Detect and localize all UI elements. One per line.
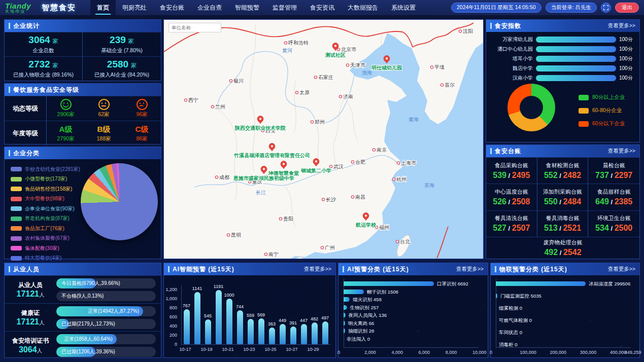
nav-tab[interactable]: 企业自查 [191,0,228,15]
y-tick-label: 0 [164,342,177,347]
x-tick-label: 100,000 [520,350,536,355]
personnel-group: 食安培训证书3064人正常(1858人,60.64%)已过期(1206人,39.… [5,331,161,359]
x-tick-label: 10-17 [180,347,191,352]
sea-label: 渤海 [362,70,372,76]
x-axis [344,347,479,348]
bar-value-label: 1000 [224,293,234,298]
legend-item[interactable]: 养老机构食堂(87家) [11,214,80,224]
legend-item[interactable]: 食品销售经营(158家) [11,184,80,194]
city-dot [339,95,342,98]
stat-cell: 3064 家企业总数 [5,32,83,56]
search-input[interactable] [168,23,221,32]
title-accent [9,150,10,156]
view-more-link[interactable]: 查看更多>> [304,266,331,273]
view-more-link[interactable]: 查看更多>> [608,22,635,29]
view-more-link[interactable]: 查看更多>> [608,148,635,155]
legend-item[interactable]: 小微型餐饮(173家) [11,174,80,185]
donut-legend-item[interactable]: 80分以上企业 [579,91,625,104]
nav-tab[interactable]: 明厨亮灶 [116,0,153,15]
city-dot [322,198,324,201]
legend-label: 集体配餐(30家) [25,245,59,252]
bar-value-label: 1191 [214,284,223,289]
index-score: 100分 [619,55,633,62]
pie-legend: 学校含幼托食堂(2281家)小微型餐饮(173家)食品销售经营(158家)大中型… [11,164,80,263]
legend-item[interactable]: 集体配餐(30家) [11,243,80,254]
bar-value-label: 449 [279,318,286,323]
ledger-cell: 食材检测台账552 / 2482 [537,157,589,184]
city-label: 广州 [325,245,335,250]
nav-tab[interactable]: 食安资讯 [303,0,341,15]
stat-value: 3064 家 [28,34,58,46]
donut-legend-swatch [579,108,589,114]
ledger-total-count: 2385 [615,197,633,206]
grade-count: 188家 [96,135,111,142]
city-label: 银川 [233,78,244,84]
pin-dot [271,145,273,147]
nav-tab[interactable]: 智能预警 [228,0,266,15]
panel-header: 餐饮服务食品安全等级 [5,84,161,96]
panel-ai-warning-trend: AI智能预警 (近15天) 查看更多>> 02004006008001,0001… [163,263,336,358]
legend-item[interactable]: 特大型餐饮(4家) [11,254,80,264]
ledger-total-count: 2482 [563,171,581,179]
bar-label: 可燃气体检测 0 [499,318,532,322]
index-row: 汉南小学100分 [486,73,639,83]
personnel-label-block: 健康证17121人 [5,309,56,327]
city-label: 武汉 [333,164,344,169]
x-tick-label: 10,000 [472,350,487,355]
city-label: 福州 [379,225,389,230]
nav-tab[interactable]: 大数据报告 [341,0,385,15]
view-more-link[interactable]: 查看更多>> [608,266,635,273]
legend-item[interactable]: 学校含幼托食堂(2281家) [11,164,80,174]
legend-item[interactable]: 农村集体聚餐(67家) [11,234,80,244]
china-map[interactable]: 渤海黄海东海黄河长江 沈阳呼和浩特北京市天津市平壤首尔石家庄银川太原济南西宁兰州… [164,20,483,259]
nav-tab[interactable]: 监督管理 [266,0,303,15]
index-bar-fill [536,65,616,71]
personnel-bar-track: 已过期(1206人,39.36%) [56,347,156,357]
city-dot [430,66,433,68]
bar [344,305,347,310]
bar-label: 消毒柜 0 [499,342,517,347]
ledger-done-count: 526 [493,197,506,206]
grade-row-label: 年度等级 [5,121,47,146]
personnel-bar-track: 今日晨检(6790人,39.66%) [56,278,156,288]
legend-item[interactable]: 食品加工厂(76家) [11,224,80,234]
city-dot [311,121,313,123]
panel-header: 物联预警分类 (近15天) 查看更多>> [491,263,639,275]
logout-button[interactable]: 退出 [615,3,639,13]
grade-rows: 动态等级2906家62家96家年度等级A级2790家B级188家C级86家 [5,96,161,146]
city-dot [211,105,214,108]
ledger-separator: / [506,172,512,179]
panel-title: 企业统计 [9,22,40,30]
personnel-unit: 人 [37,347,43,353]
view-more-link[interactable]: 查看更多>> [456,266,484,273]
legend-item[interactable]: 大中型餐饮(98家) [11,194,80,204]
city-dot [440,84,443,86]
donut-legend-item[interactable]: 60-80分企业 [579,104,625,117]
ledger-total-count: 2521 [563,224,581,232]
stat-label: 企业总数 [33,47,54,54]
x-tick-label: 4,000 [391,350,403,355]
grade-count: 2906家 [57,111,75,118]
ledger-numbers: 550 / 2484 [544,197,581,206]
bar [344,289,364,294]
stats-grid: 3064 家企业总数239 家基础企业 (7.80%)2732 家已接入物联企业… [5,32,161,81]
nav-tab[interactable]: 食安台账 [153,0,191,15]
bar-value-label: 497 [321,315,329,320]
bar-label: 口罩识别 6692 [437,281,468,286]
bar [248,319,254,344]
city-dot [459,30,461,32]
personnel-bars: 今日晨检(6790人,39.66%)不合格(9人,0.13%) [56,278,161,301]
personnel-total: 17121人 [5,289,56,299]
panel-title: 食安指数 [490,22,521,30]
bar-label: 非法闯入 0 [347,337,370,341]
legend-item[interactable]: 企事业单位食堂(90家) [11,204,80,214]
personnel-total: 17121人 [5,317,56,327]
nav-tab[interactable]: 系统设置 [385,0,422,15]
nav-tab[interactable]: 首页 [90,0,116,15]
stat-unit: 家 [127,38,134,44]
ai-trend-bar-chart: 02004006008001,0001,20076710-17114154510… [164,275,335,357]
index-name: 潘口中心幼儿园 [486,46,536,53]
fullscreen-button[interactable] [601,3,611,13]
personnel-groups: 从业人员17121人今日晨检(6790人,39.66%)不合格(9人,0.13%… [5,275,161,359]
donut-legend-item[interactable]: 60分以下企业 [579,117,625,130]
